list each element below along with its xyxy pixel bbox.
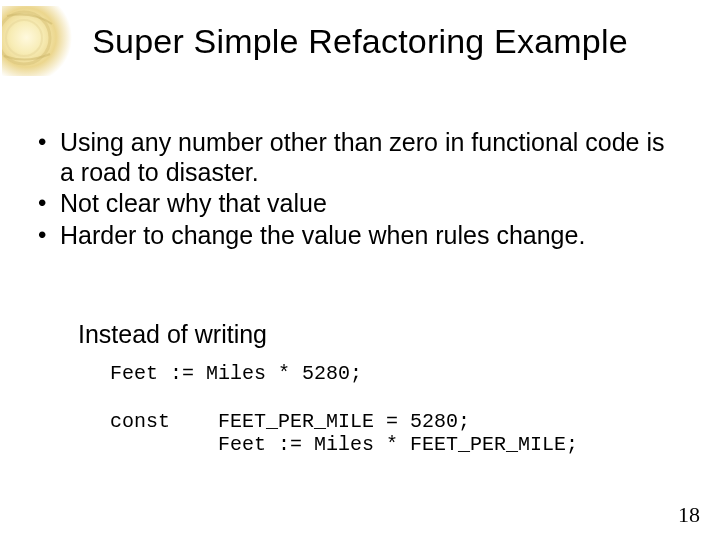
slide: Super Simple Refactoring Example Using a… — [0, 0, 720, 540]
slide-title: Super Simple Refactoring Example — [0, 22, 720, 61]
page-number: 18 — [678, 502, 700, 528]
bullet-item: Not clear why that value — [34, 189, 684, 219]
bullet-item: Harder to change the value when rules ch… — [34, 221, 684, 251]
code-after: const FEET_PER_MILE = 5280; Feet := Mile… — [110, 410, 578, 456]
bullet-item: Using any number other than zero in func… — [34, 128, 684, 187]
instead-label: Instead of writing — [78, 320, 267, 349]
code-before: Feet := Miles * 5280; — [110, 362, 362, 385]
bullet-list: Using any number other than zero in func… — [34, 128, 684, 252]
